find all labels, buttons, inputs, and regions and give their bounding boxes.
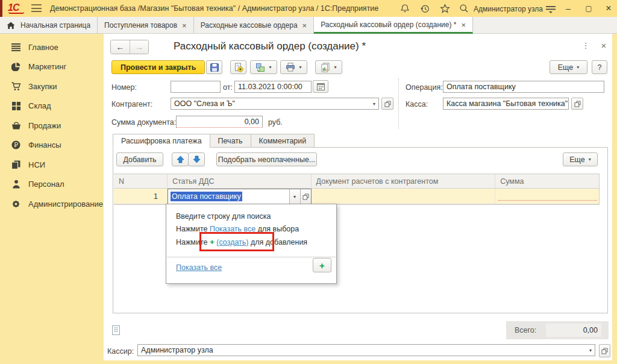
post-and-close-button[interactable]: Провести и закрыть	[111, 60, 205, 74]
window-frame-right	[612, 34, 617, 364]
sidebar-item-warehouse[interactable]: Склад	[0, 96, 104, 116]
save-button[interactable]	[206, 60, 222, 74]
minimize-button[interactable]: –	[562, 2, 574, 14]
tab-payment-details[interactable]: Расшифровка платежа	[113, 134, 210, 148]
sidebar-item-sales[interactable]: Продажи	[0, 116, 104, 136]
open-icon	[384, 101, 391, 107]
post-document-button[interactable]	[230, 60, 246, 74]
create-based-on-button[interactable]: ▾	[250, 60, 277, 74]
close-window-button[interactable]: ×	[603, 2, 615, 14]
open-icon-button[interactable]	[300, 189, 311, 204]
number-label: Номер:	[111, 83, 137, 92]
favorites-star-icon[interactable]	[439, 3, 450, 14]
close-tab-icon[interactable]: ×	[182, 21, 187, 30]
service-menu-icon[interactable]	[545, 4, 556, 14]
col-header-article[interactable]: Статья ДДС	[168, 174, 312, 188]
pick-unpaid-button[interactable]: Подобрать неоплаченные...	[216, 152, 317, 166]
tab-home[interactable]: Начальная страница	[0, 17, 98, 34]
print-button[interactable]: ▾	[280, 60, 307, 74]
cashbox-open-button[interactable]	[571, 98, 583, 110]
col-header-document[interactable]: Документ расчетов с контрагентом	[312, 174, 496, 188]
tab-comment[interactable]: Комментарий	[251, 134, 315, 148]
sections-panel: Главное Маркетинг Закупки Склад Продажи …	[0, 34, 104, 364]
notifications-bell-icon[interactable]	[399, 3, 410, 14]
window-titlebar: 1С Демонстрационная база /Магазин "Бытов…	[0, 0, 617, 17]
number-input[interactable]	[171, 81, 221, 93]
move-up-button[interactable]	[172, 152, 189, 166]
cashier-open-button[interactable]	[599, 344, 610, 357]
reports-button[interactable]: ▾	[315, 60, 342, 74]
payment-details-panel: Добавить Подобрать неоплаченные... Еще▾ …	[113, 147, 608, 313]
total-box: Всего: 0,00	[506, 321, 609, 339]
current-user[interactable]: Администратор узла	[474, 5, 543, 13]
dropdown-arrow-icon[interactable]: ▾	[289, 189, 300, 204]
home-icon	[7, 22, 15, 30]
cell-document[interactable]	[312, 189, 496, 204]
pie-chart-icon	[11, 62, 21, 72]
cell-n[interactable]: 1	[114, 189, 168, 204]
sidebar-item-main[interactable]: Главное	[0, 37, 104, 57]
doc-amount-label: Сумма документа:	[111, 118, 176, 127]
tab-goods-receipts[interactable]: Поступления товаров ×	[98, 17, 194, 34]
open-icon	[601, 348, 608, 354]
col-header-amount[interactable]: Сумма	[495, 174, 599, 188]
form-menu-kebab-icon[interactable]: ⋮	[581, 41, 590, 50]
dropdown-arrow-icon[interactable]: ▾	[568, 101, 569, 107]
search-icon[interactable]	[459, 3, 469, 14]
doc-amount-input[interactable]: 0,00	[176, 116, 263, 128]
main-menu-icon[interactable]	[31, 4, 42, 12]
counterparty-combo[interactable]: ООО "Слеза и Ъ"▾	[171, 98, 379, 110]
add-row-button[interactable]: Добавить	[116, 152, 163, 166]
sidebar-item-nsi[interactable]: НСИ	[0, 155, 104, 175]
form-title: Расходный кассовый ордер (создание) *	[174, 40, 366, 52]
back-button[interactable]: ←	[111, 40, 130, 54]
sidebar-item-administration[interactable]: Администрирование	[0, 194, 104, 214]
tab-print[interactable]: Печать	[210, 134, 251, 148]
cell-amount[interactable]	[495, 189, 599, 204]
operation-input[interactable]: Оплата поставщику	[443, 81, 604, 93]
menu-lines-icon	[11, 42, 21, 52]
forward-button[interactable]: →	[130, 40, 148, 54]
tab-cash-order-new[interactable]: Расходный кассовый ордер (создание) * ×	[314, 17, 473, 34]
sidebar-item-finance[interactable]: Финансы	[0, 136, 104, 155]
column-separator	[398, 78, 399, 129]
sidebar-item-purchases[interactable]: Закупки	[0, 77, 104, 96]
save-icon	[210, 63, 219, 72]
popup-hint-search: Введите строку для поиска	[176, 212, 271, 221]
close-tab-icon[interactable]: ×	[461, 20, 466, 30]
date-input[interactable]: 11.03.2021 0:00:00	[234, 81, 312, 93]
calendar-button[interactable]	[313, 80, 328, 93]
gear-icon	[11, 199, 21, 209]
dropdown-arrow-icon[interactable]: ▾	[371, 101, 375, 107]
col-header-n[interactable]: N	[114, 174, 168, 188]
open-windows-tabbar: Начальная страница Поступления товаров ×…	[0, 17, 617, 34]
form-footer-list-icon[interactable]	[112, 325, 120, 337]
create-new-button[interactable]: +	[313, 258, 331, 272]
selected-text: Оплата поставщику	[171, 192, 242, 201]
cell-article-edit[interactable]: Оплата поставщику ▾	[168, 189, 312, 204]
dropdown-arrow-icon[interactable]: ▾	[587, 348, 592, 353]
window-title: Демонстрационная база /Магазин "Бытовая …	[50, 4, 378, 13]
1c-logo-underline	[8, 12, 24, 14]
close-form-icon[interactable]: ×	[599, 40, 609, 51]
more-actions-button[interactable]: Еще▾	[550, 60, 587, 74]
tab-cash-orders-list[interactable]: Расходные кассовые ордера ×	[194, 17, 315, 34]
maximize-button[interactable]: ▢	[583, 2, 595, 14]
help-button[interactable]: ?	[592, 60, 607, 74]
sidebar-item-personnel[interactable]: Персонал	[0, 175, 104, 195]
date-label: от:	[223, 83, 233, 92]
counterparty-open-button[interactable]	[381, 98, 393, 110]
reports-icon	[321, 63, 330, 72]
table-row[interactable]: 1 Оплата поставщику ▾	[114, 189, 599, 204]
sidebar-item-marketing[interactable]: Маркетинг	[0, 57, 104, 77]
close-tab-icon[interactable]: ×	[302, 21, 307, 30]
history-icon[interactable]	[419, 3, 430, 14]
table-more-button[interactable]: Еще▾	[563, 152, 598, 166]
cashbox-combo[interactable]: Касса магазина "Бытовая техника"▾	[443, 98, 569, 110]
move-down-button[interactable]	[188, 152, 205, 166]
blocks-icon	[11, 101, 21, 111]
brand-strip	[0, 0, 2, 17]
cashier-combo[interactable]: Администратор узла▾	[137, 344, 595, 356]
article-dropdown-popup: Введите строку для поиска Нажмите Показа…	[166, 204, 337, 284]
show-all-link[interactable]: Показать все	[176, 263, 222, 272]
